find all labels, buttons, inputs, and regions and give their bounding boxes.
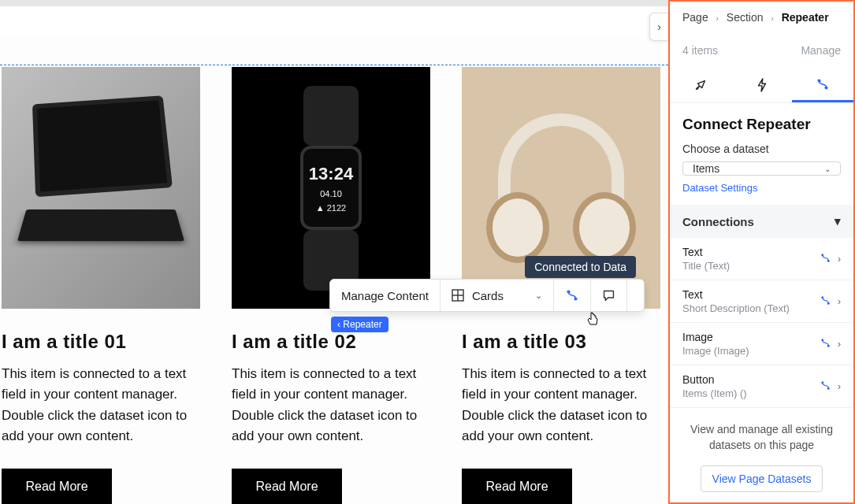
comments-button[interactable] [591,280,627,311]
caret-down-icon: ▾ [835,214,841,228]
repeater-item[interactable]: I am a title 01 This item is connected t… [2,67,206,504]
lightning-icon [756,78,768,92]
editor-canvas: › I am a title 01 This item is connected… [0,0,668,504]
grid-icon [452,289,464,302]
dataset-settings-link[interactable]: Dataset Settings [670,182,853,205]
connection-binding: Short Description (Text) [682,302,813,314]
inspector-panel: Page › Section › Repeater 4 items Manage… [668,0,855,504]
watch-date: 04.10 [320,189,342,198]
data-connection-icon [820,380,831,394]
breadcrumb-section[interactable]: Section [727,11,764,24]
selection-guide-line [0,65,668,65]
view-page-datasets-button[interactable]: View Page Datasets [701,465,823,492]
card-title[interactable]: I am a title 03 [462,331,667,353]
repeater-parent-badge[interactable]: Repeater [331,317,388,332]
chevron-down-icon: ⌄ [824,165,831,173]
card-description[interactable]: This item is connected to a text field i… [462,364,667,447]
card-title[interactable]: I am a title 02 [232,331,437,353]
chevron-right-icon: › [657,20,661,33]
chevron-right-icon: › [838,254,841,265]
panel-tabs [670,68,853,103]
connections-accordion-header[interactable]: Connections ▾ [670,205,853,238]
chevron-right-icon: › [716,14,719,23]
item-count-label: 4 items [682,44,718,57]
comment-icon [602,289,615,302]
breadcrumb-page[interactable]: Page [682,11,708,24]
connections-header-label: Connections [682,215,754,228]
breadcrumb-current: Repeater [782,11,829,24]
card-image[interactable] [2,67,200,309]
card-image[interactable]: 13:24 04.10 ▲ 2122 [232,67,430,309]
panel-collapse-toggle[interactable]: › [649,13,668,41]
connection-binding: Image (Image) [682,345,813,357]
element-toolbar: Connected to Data Manage Content Cards ⌄ [329,279,645,312]
chevron-right-icon: › [771,14,773,23]
layout-selector[interactable]: Cards ⌄ [441,280,554,311]
cursor-pointer-icon [585,311,600,329]
connect-to-data-button[interactable] [554,280,591,311]
animation-tab[interactable] [731,68,793,102]
connection-row-text-title[interactable]: Text Title (Text) › [670,238,853,280]
connection-binding: Title (Text) [682,260,813,272]
connection-type: Text [682,288,813,301]
chevron-right-icon: › [838,381,841,392]
manage-content-label: Manage Content [341,289,429,302]
chevron-right-icon: › [838,296,841,307]
layout-label: Cards [472,289,504,302]
read-more-button[interactable]: Read More [2,469,112,504]
connection-row-text-desc[interactable]: Text Short Description (Text) › [670,280,853,323]
dataset-select[interactable]: Items ⌄ [682,161,841,176]
connection-type: Text [682,246,813,258]
card-description[interactable]: This item is connected to a text field i… [2,364,206,447]
chevron-down-icon: ⌄ [535,291,542,301]
connection-type: Image [682,331,813,343]
data-connection-icon [816,77,830,91]
panel-footer-text: View and manage all existing datasets on… [670,408,853,461]
connection-row-image[interactable]: Image Image (Image) › [670,323,853,365]
watch-time: 13:24 [309,164,353,184]
smartwatch-illustration: 13:24 04.10 ▲ 2122 [296,86,366,291]
chevron-right-icon: › [838,339,841,350]
card-title[interactable]: I am a title 01 [2,331,206,353]
data-connection-icon [820,252,831,266]
headphones-illustration [478,106,644,271]
data-connection-icon [820,295,831,309]
data-tab[interactable] [792,68,853,102]
manage-content-button[interactable]: Manage Content [330,280,441,311]
choose-dataset-label: Choose a dataset [670,141,853,161]
connection-row-button[interactable]: Button Items (Item) () › [670,365,853,408]
panel-title: Connect Repeater [670,103,853,141]
connected-to-data-tooltip: Connected to Data [525,256,636,278]
dataset-selected-value: Items [693,162,719,175]
design-tab[interactable] [670,68,731,102]
brush-icon [693,78,708,92]
tablet-illustration [22,98,180,279]
editor-topbar [0,0,668,6]
read-more-button[interactable]: Read More [462,469,572,504]
page-header-band [0,6,668,38]
breadcrumb: Page › Section › Repeater [670,2,853,33]
data-connection-icon [820,337,831,351]
card-description[interactable]: This item is connected to a text field i… [232,364,437,447]
watch-steps: ▲ 2122 [316,203,346,213]
manage-items-link[interactable]: Manage [801,44,841,57]
connection-binding: Items (Item) () [682,387,813,399]
read-more-button[interactable]: Read More [232,469,342,504]
data-connection-icon [565,288,579,302]
connection-type: Button [682,373,813,386]
